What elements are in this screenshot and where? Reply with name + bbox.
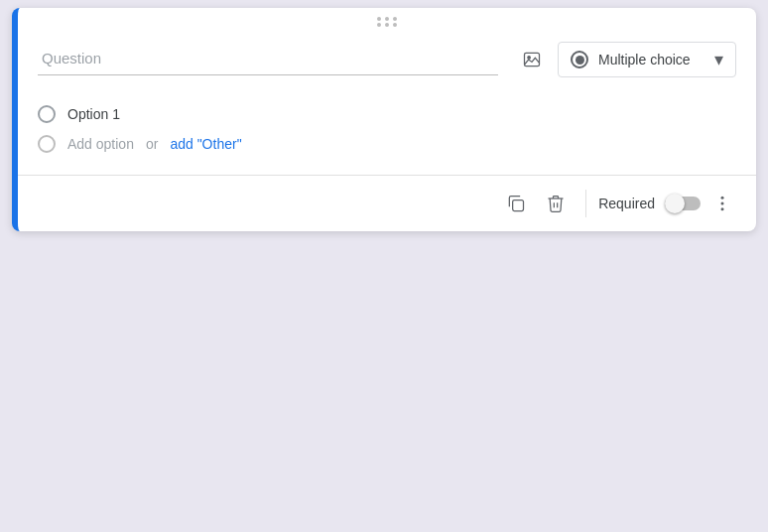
svg-point-1 [385,17,389,21]
drag-handle[interactable] [18,8,756,34]
delete-button[interactable] [538,186,574,221]
svg-point-9 [721,197,724,200]
more-options-button[interactable] [704,186,740,221]
bottom-toolbar: Required [18,176,756,231]
svg-rect-8 [513,200,524,211]
question-type-label: Multiple choice [598,52,704,67]
question-input[interactable] [38,42,498,75]
option-radio-button[interactable] [38,105,56,123]
multiple-choice-radio-icon [571,51,588,68]
question-card: Multiple choice ▾ Option 1 Add option or… [12,8,756,231]
add-option-text[interactable]: Add option [67,136,134,152]
add-option-radio-placeholder [38,135,56,153]
required-toggle[interactable] [665,194,701,213]
svg-point-7 [528,57,531,60]
toggle-thumb [665,194,685,213]
top-row: Multiple choice ▾ [38,34,736,87]
question-type-selector[interactable]: Multiple choice ▾ [558,42,736,77]
option-row: Option 1 [38,99,736,129]
copy-button[interactable] [498,186,534,221]
options-area: Option 1 Add option or add "Other" [38,87,736,167]
delete-icon [546,194,566,213]
svg-point-5 [393,23,397,27]
svg-point-11 [721,207,724,210]
required-label: Required [598,196,655,211]
svg-point-4 [385,23,389,27]
chevron-down-icon: ▾ [714,49,723,70]
copy-icon [506,194,526,213]
option-label: Option 1 [67,106,120,122]
svg-point-0 [377,17,381,21]
image-icon [522,50,542,69]
more-vert-icon [712,194,732,213]
drag-dots-icon [375,14,399,32]
required-section: Required [598,194,701,213]
top-right: Multiple choice ▾ [514,34,736,77]
svg-point-2 [393,17,397,21]
svg-point-10 [721,202,724,205]
add-image-button[interactable] [514,42,550,77]
add-other-link[interactable]: add "Other" [170,136,241,152]
toolbar-vertical-divider [585,190,586,217]
add-option-row: Add option or add "Other" [38,129,736,159]
or-text: or [146,136,158,152]
svg-point-3 [377,23,381,27]
question-area [38,34,498,83]
card-body: Multiple choice ▾ Option 1 Add option or… [18,34,756,167]
